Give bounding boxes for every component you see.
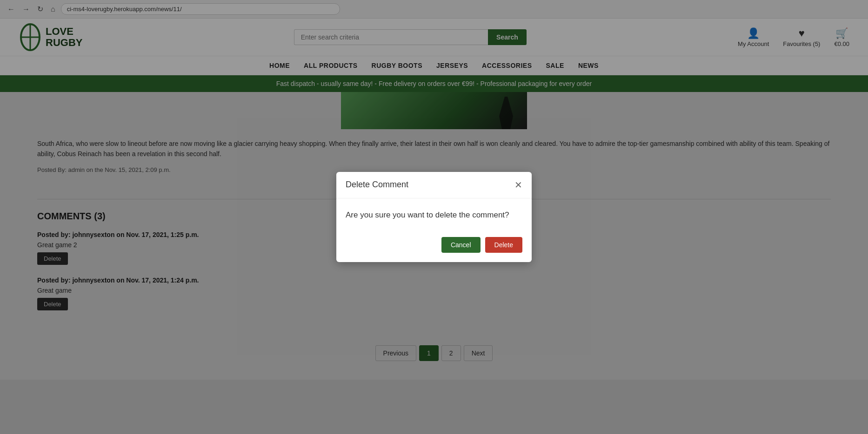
modal-header: Delete Comment ✕	[336, 172, 532, 198]
modal-footer: Cancel Delete	[336, 231, 532, 262]
modal-delete-button[interactable]: Delete	[485, 237, 522, 253]
modal-title: Delete Comment	[346, 180, 408, 190]
modal-box: Delete Comment ✕ Are you sure you want t…	[336, 172, 532, 263]
modal-cancel-button[interactable]: Cancel	[441, 237, 481, 253]
modal-body-text: Are you sure you want to delete the comm…	[346, 210, 522, 221]
modal-body: Are you sure you want to delete the comm…	[336, 198, 532, 232]
modal-overlay[interactable]: Delete Comment ✕ Are you sure you want t…	[0, 0, 868, 434]
page-wrapper: LOVE RUGBY Search 👤 My Account ♥ Favouri…	[0, 19, 868, 434]
modal-close-button[interactable]: ✕	[514, 179, 522, 191]
